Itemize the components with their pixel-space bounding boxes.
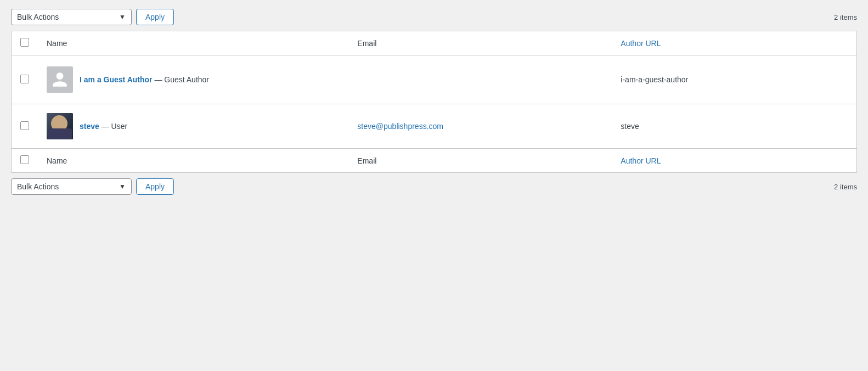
steve-avatar xyxy=(47,113,73,139)
chevron-down-icon-top: ▼ xyxy=(119,13,126,21)
bulk-actions-label-bottom: Bulk Actions xyxy=(17,182,59,191)
footer-select-all-checkbox[interactable] xyxy=(20,155,29,164)
steve-avatar-image xyxy=(47,113,73,139)
select-all-checkbox[interactable] xyxy=(20,38,29,47)
row-checkbox-cell-steve xyxy=(12,104,38,149)
steve-name-cell: steve — User xyxy=(38,104,348,149)
steve-name-text: steve — User xyxy=(80,122,127,131)
guest-author-type: — Guest Author xyxy=(153,75,210,84)
guest-author-email-cell xyxy=(348,55,612,104)
items-count-bottom: 2 items xyxy=(834,183,857,191)
bulk-actions-label-top: Bulk Actions xyxy=(17,13,59,21)
apply-button-bottom[interactable]: Apply xyxy=(136,178,174,195)
footer-email-header: Email xyxy=(348,149,612,173)
steve-author-url: steve xyxy=(621,122,639,131)
apply-button-top[interactable]: Apply xyxy=(136,9,174,25)
row-checkbox-steve[interactable] xyxy=(20,121,29,130)
steve-author-info: steve — User xyxy=(47,113,340,139)
guest-author-url: i-am-a-guest-author xyxy=(621,75,688,84)
person-icon xyxy=(51,71,69,88)
header-checkbox-cell xyxy=(12,31,38,55)
steve-email-cell: steve@publishpress.com xyxy=(348,104,612,149)
guest-author-name-cell: I am a Guest Author — Guest Author xyxy=(38,55,348,104)
bulk-actions-select-top[interactable]: Bulk Actions ▼ xyxy=(11,9,132,25)
table-footer-header-row: Name Email Author URL xyxy=(12,149,856,173)
footer-name-header: Name xyxy=(38,149,348,173)
table-row: I am a Guest Author — Guest Author i-am-… xyxy=(12,55,856,104)
steve-author-type: — User xyxy=(99,122,127,131)
chevron-down-icon-bottom: ▼ xyxy=(119,183,126,190)
authors-table: Name Email Author URL xyxy=(11,31,857,173)
top-toolbar-left: Bulk Actions ▼ Apply xyxy=(11,9,174,25)
top-toolbar: Bulk Actions ▼ Apply 2 items xyxy=(11,9,857,25)
table-row: steve — User steve@publishpress.com stev… xyxy=(12,104,856,149)
header-name: Name xyxy=(38,31,348,55)
footer-checkbox-cell xyxy=(12,149,38,173)
guest-author-url-cell: i-am-a-guest-author xyxy=(612,55,856,104)
steve-email-link[interactable]: steve@publishpress.com xyxy=(357,122,443,131)
footer-author-url-header[interactable]: Author URL xyxy=(612,149,856,173)
bottom-toolbar: Bulk Actions ▼ Apply 2 items xyxy=(11,178,857,195)
bottom-toolbar-left: Bulk Actions ▼ Apply xyxy=(11,178,174,195)
bulk-actions-select-bottom[interactable]: Bulk Actions ▼ xyxy=(11,178,132,195)
guest-author-avatar xyxy=(47,66,73,93)
guest-author-info: I am a Guest Author — Guest Author xyxy=(47,66,340,93)
guest-author-link[interactable]: I am a Guest Author xyxy=(80,75,153,84)
guest-author-name-text: I am a Guest Author — Guest Author xyxy=(80,75,209,84)
items-count-top: 2 items xyxy=(834,13,857,21)
steve-url-cell: steve xyxy=(612,104,856,149)
steve-body xyxy=(48,128,72,139)
steve-author-link[interactable]: steve xyxy=(80,122,99,131)
row-checkbox-cell-guest xyxy=(12,55,38,104)
header-author-url[interactable]: Author URL xyxy=(612,31,856,55)
header-email: Email xyxy=(348,31,612,55)
table-header-row: Name Email Author URL xyxy=(12,31,856,55)
row-checkbox-guest[interactable] xyxy=(20,75,29,83)
